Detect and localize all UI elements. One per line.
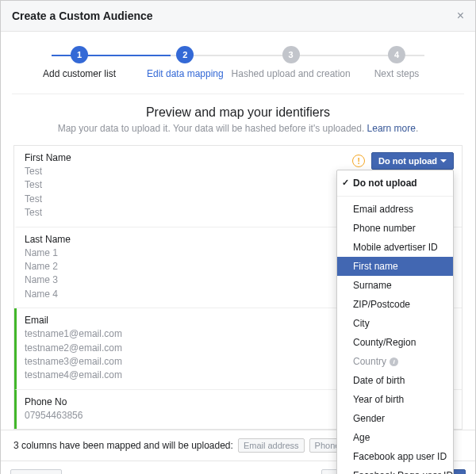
dropdown-item[interactable]: ZIP/Postcode <box>337 295 453 314</box>
summary-text: 3 columns have been mapped and will be u… <box>13 440 233 451</box>
dropdown-item[interactable]: Surname <box>337 276 453 295</box>
column-header: First Name <box>25 152 71 163</box>
sample-value: Test <box>25 178 71 192</box>
step-circle: 3 <box>282 46 300 63</box>
sample-value: Name 3 <box>25 273 71 287</box>
step-1: 1 Add customer list <box>28 46 131 79</box>
sample-value: Name 4 <box>25 288 71 301</box>
step-label: Next steps <box>374 68 420 79</box>
dropdown-item[interactable]: Year of birth <box>337 390 453 409</box>
dropdown-item[interactable]: City <box>337 314 453 333</box>
dropdown-divider <box>337 196 453 197</box>
sample-value: testname2@email.com <box>25 342 122 355</box>
dialog-title: Create a Custom Audience <box>12 10 153 22</box>
cancel-button[interactable]: Cancel <box>10 469 62 474</box>
info-icon[interactable]: i <box>390 357 398 366</box>
sample-value: testname4@email.com <box>25 369 122 382</box>
warning-icon: ! <box>352 155 365 167</box>
close-icon[interactable]: × <box>457 9 464 23</box>
sample-value: testname3@email.com <box>25 355 122 369</box>
stepper: 1 Add customer list 2 Edit data mapping … <box>28 46 448 79</box>
create-audience-dialog: Create a Custom Audience × 1 Add custome… <box>0 0 476 474</box>
dropdown-item-do-not-upload[interactable]: Do not upload <box>337 174 453 193</box>
step-circle: 2 <box>176 46 194 63</box>
dropdown-group-country: Country i <box>337 352 453 371</box>
sample-value: Name 1 <box>25 247 71 260</box>
column-header: Last Name <box>25 234 71 245</box>
mapped-chip: Email address <box>238 438 305 453</box>
step-circle: 4 <box>388 46 405 63</box>
sample-list: Name 1 Name 2 Name 3 Name 4 <box>25 247 71 302</box>
sample-value: Test <box>25 193 71 206</box>
sample-value: Name 2 <box>25 260 71 273</box>
dropdown-group-label: Country <box>353 356 386 367</box>
dropdown-item[interactable]: County/Region <box>337 333 453 352</box>
identifier-dropdown-menu: Do not upload Email address Phone number… <box>336 170 454 474</box>
dropdown-item[interactable]: Age <box>337 428 453 447</box>
dropdown-item[interactable]: Phone number <box>337 219 453 238</box>
column-header: Phone No <box>25 396 83 407</box>
step-2: 2 Edit data mapping <box>133 46 236 79</box>
dropdown-item[interactable]: Facebook app user ID <box>337 447 453 466</box>
mapping-cards: First Name Test Test Test Test ! Do not … <box>13 145 463 430</box>
identifier-dropdown-button[interactable]: Do not upload <box>371 152 454 170</box>
dropdown-item[interactable]: Date of birth <box>337 371 453 390</box>
caret-down-icon <box>440 159 447 162</box>
sample-value: 07954463856 <box>25 409 83 422</box>
sample-value: Test <box>25 165 71 178</box>
sample-value: testname1@email.com <box>25 327 122 341</box>
step-label: Edit data mapping <box>147 68 224 79</box>
sample-value: Test <box>25 206 71 220</box>
dropdown-selected-label: Do not upload <box>378 156 437 166</box>
dropdown-item[interactable]: Mobile advertiser ID <box>337 238 453 257</box>
dialog-body: 1 Add customer list 2 Edit data mapping … <box>1 32 475 430</box>
step-3: 3 Hashed upload and creation <box>240 46 343 79</box>
section-description: Map your data to upload it. Your data wi… <box>13 123 463 134</box>
mapping-card-first-name: First Name Test Test Test Test ! Do not … <box>14 146 462 227</box>
step-circle: 1 <box>71 46 88 63</box>
step-label: Add customer list <box>43 68 116 79</box>
dropdown-item[interactable]: Gender <box>337 409 453 428</box>
dropdown-item[interactable]: Email address <box>337 200 453 219</box>
dropdown-item[interactable]: Facebook Page user ID <box>337 466 453 474</box>
step-4: 4 Next steps <box>345 46 448 79</box>
column-header: Email <box>25 315 122 326</box>
section-desc-text: Map your data to upload it. Your data wi… <box>58 123 367 134</box>
sample-list: testname1@email.com testname2@email.com … <box>25 327 122 383</box>
dropdown-item-first-name[interactable]: First name <box>337 257 453 276</box>
learn-more-link[interactable]: Learn more <box>367 123 416 134</box>
dialog-header: Create a Custom Audience × <box>1 1 475 32</box>
section-title: Preview and map your identifiers <box>13 105 463 120</box>
divider <box>12 94 464 94</box>
sample-list: Test Test Test Test <box>25 165 71 220</box>
sample-list: 07954463856 <box>25 409 83 422</box>
step-label: Hashed upload and creation <box>232 68 351 79</box>
